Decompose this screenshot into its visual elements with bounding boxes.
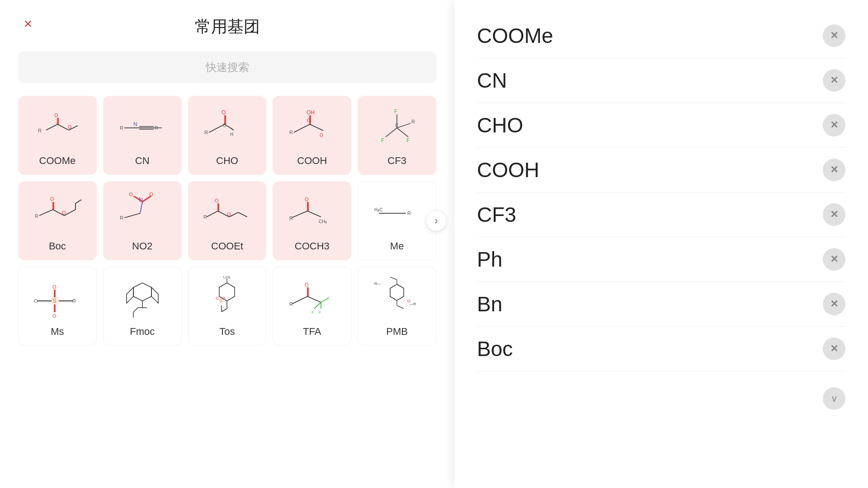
mol-pmb-svg: O —R R—	[372, 276, 422, 321]
grid-item-boc[interactable]: O O R Boc	[18, 181, 97, 260]
grid-item-fmoc-label: Fmoc	[130, 326, 155, 338]
remove-cn-icon: ✕	[830, 75, 838, 86]
right-list-label-coome: COOMe	[477, 23, 553, 48]
remove-bn-button[interactable]: ✕	[823, 293, 845, 315]
svg-line-34	[397, 128, 408, 137]
grid-item-cn[interactable]: N R R CN	[103, 96, 182, 175]
grid-item-cooet-label: COOEt	[211, 240, 243, 252]
mol-coome-svg: O O R	[33, 105, 82, 150]
svg-marker-120	[390, 284, 404, 300]
scroll-down-button[interactable]: ∨	[823, 387, 845, 410]
svg-text:O: O	[54, 113, 58, 118]
svg-text:F: F	[381, 137, 384, 144]
right-list-item-boc: Boc ✕	[477, 327, 845, 371]
svg-line-61	[207, 211, 218, 217]
svg-text:R: R	[72, 298, 76, 304]
grid-item-cooet[interactable]: O O R COOEt	[188, 181, 267, 260]
svg-marker-92	[133, 283, 151, 301]
remove-coome-button[interactable]: ✕	[823, 24, 845, 47]
svg-line-45	[64, 210, 75, 216]
svg-text:O: O	[68, 124, 72, 130]
svg-marker-93	[127, 287, 133, 303]
svg-line-47	[75, 200, 81, 203]
grid-item-cn-label: CN	[135, 155, 150, 167]
mol-ms-svg: S O O O R	[33, 276, 82, 321]
grid-item-pmb[interactable]: O —R R— PMB	[358, 267, 436, 346]
grid-item-cho[interactable]: O C H R CHO	[188, 96, 267, 175]
remove-boc-button[interactable]: ✕	[823, 338, 845, 360]
grid-item-coome[interactable]: O O R COOMe	[18, 96, 97, 175]
svg-text:O: O	[305, 282, 309, 287]
svg-text:R: R	[120, 125, 123, 131]
svg-text:O: O	[227, 211, 231, 217]
svg-text:R: R	[38, 128, 42, 133]
mol-fmoc-svg	[118, 276, 167, 321]
svg-text:S: S	[52, 297, 57, 304]
svg-line-33	[386, 128, 397, 137]
svg-line-114	[314, 302, 321, 309]
grid-item-cf3-label: CF3	[387, 155, 406, 167]
right-list-item-cooh: COOH ✕	[477, 148, 845, 192]
svg-text:R: R	[120, 215, 123, 221]
mol-tos-svg: CH₃ S O O	[202, 276, 252, 321]
grid-item-tos-label: Tos	[219, 326, 235, 338]
mol-cooh-svg: OH O R O	[287, 105, 337, 150]
grid-item-tfa[interactable]: O R F F F TFA	[273, 267, 351, 346]
svg-line-111	[307, 296, 321, 302]
close-icon: ×	[24, 16, 33, 31]
svg-text:C: C	[395, 123, 398, 128]
mol-me-svg: H₃C R	[372, 191, 422, 236]
svg-line-27	[310, 124, 323, 131]
remove-cf3-button[interactable]: ✕	[823, 203, 845, 226]
svg-text:O: O	[129, 192, 133, 197]
search-bar[interactable]: 快速搜索	[18, 52, 436, 83]
svg-text:R—: R—	[374, 282, 382, 286]
grid-item-tos[interactable]: CH₃ S O O Tos	[188, 267, 267, 346]
svg-text:CH₃: CH₃	[223, 276, 231, 279]
remove-cn-button[interactable]: ✕	[823, 69, 845, 92]
right-list-label-ph: Ph	[477, 247, 502, 272]
remove-boc-icon: ✕	[830, 343, 838, 355]
svg-text:F: F	[319, 310, 321, 314]
grid-item-cf3[interactable]: F F F R C CF3	[358, 96, 436, 175]
grid-item-coch3[interactable]: O R CH₃ COCH3	[273, 181, 351, 260]
svg-text:H₃C: H₃C	[374, 207, 382, 212]
grid-item-fmoc[interactable]: Fmoc	[103, 267, 182, 346]
mol-boc-svg: O O R	[33, 191, 82, 236]
grid-item-cooh[interactable]: OH O R O COOH	[273, 96, 351, 175]
grid-wrapper: O O R COOMe N R R CN	[18, 96, 436, 346]
remove-ph-button[interactable]: ✕	[823, 248, 845, 271]
svg-text:R: R	[35, 213, 38, 219]
svg-text:R: R	[203, 214, 207, 220]
svg-line-66	[238, 212, 247, 217]
svg-text:H: H	[230, 132, 233, 137]
svg-line-24	[294, 124, 310, 132]
svg-text:O: O	[34, 298, 38, 304]
svg-text:O: O	[215, 198, 219, 203]
svg-line-122	[397, 305, 404, 309]
next-button[interactable]: ›	[426, 211, 446, 231]
remove-cf3-icon: ✕	[830, 209, 838, 221]
svg-line-70	[292, 211, 307, 218]
right-list-label-cho: CHO	[477, 113, 523, 137]
svg-text:O: O	[52, 313, 57, 319]
grid-item-tfa-label: TFA	[303, 326, 321, 338]
svg-line-103	[222, 309, 227, 312]
grid-item-me[interactable]: H₃C R Me	[358, 181, 436, 260]
svg-line-73	[307, 211, 321, 217]
svg-text:O: O	[222, 296, 225, 300]
grid-item-ms-label: Ms	[51, 326, 64, 338]
svg-line-51	[124, 213, 140, 218]
svg-text:F: F	[394, 108, 397, 115]
grid-item-ms[interactable]: S O O O R Ms	[18, 267, 97, 346]
search-placeholder: 快速搜索	[206, 60, 249, 75]
svg-line-124	[390, 277, 397, 280]
right-list-item-bn: Bn ✕	[477, 282, 845, 327]
grid-item-no2[interactable]: N O O R NO2	[103, 181, 182, 260]
grid-item-cooh-label: COOH	[297, 155, 327, 167]
remove-cooh-button[interactable]: ✕	[823, 159, 845, 181]
right-list-label-boc: Boc	[477, 337, 513, 361]
remove-cho-button[interactable]: ✕	[823, 114, 845, 136]
close-button[interactable]: ×	[18, 14, 38, 33]
remove-cho-icon: ✕	[830, 119, 838, 131]
